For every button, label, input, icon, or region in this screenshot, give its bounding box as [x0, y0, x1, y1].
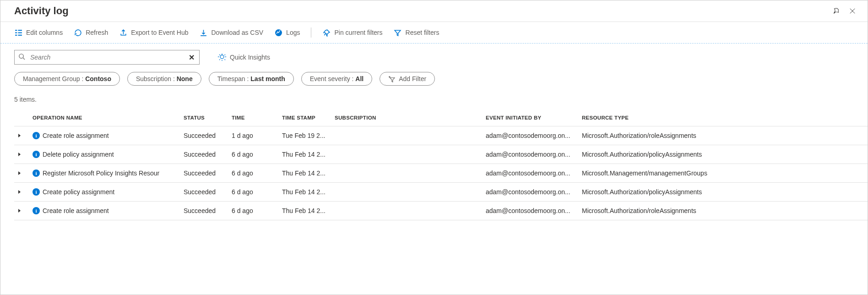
pin-filters-button[interactable]: Pin current filters: [322, 28, 382, 37]
col-status[interactable]: STATUS: [180, 110, 228, 126]
cell-initiated-by: adam@contosodemoorg.on...: [486, 169, 575, 177]
cell-time: 6 d ago: [228, 183, 278, 202]
add-filter-icon: [388, 76, 395, 82]
table-row[interactable]: iCreate policy assignment Succeeded 6 d …: [14, 183, 868, 202]
cell-time: 6 d ago: [228, 145, 278, 164]
cell-operation: Create role assignment: [43, 132, 109, 139]
filter-pill-timespan[interactable]: Timespan : Last month: [209, 72, 294, 86]
col-operation[interactable]: OPERATION NAME: [29, 110, 180, 126]
cell-time: 6 d ago: [228, 202, 278, 220]
mg-label: Management Group :: [23, 75, 83, 82]
filter-icon: [394, 28, 402, 37]
logs-label: Logs: [286, 29, 300, 36]
cell-subscription: [331, 164, 482, 183]
cell-subscription: [331, 126, 482, 145]
cell-time: 1 d ago: [228, 126, 278, 145]
refresh-button[interactable]: Refresh: [74, 28, 108, 37]
svg-rect-2: [15, 34, 17, 35]
export-label: Export to Event Hub: [131, 29, 188, 36]
col-time[interactable]: TIME: [228, 110, 278, 126]
cell-timestamp: Thu Feb 14 2...: [278, 164, 331, 183]
search-input[interactable]: [30, 54, 184, 61]
cell-operation: Register Microsoft Policy Insights Resou…: [43, 169, 159, 177]
table-row[interactable]: iCreate role assignment Succeeded 6 d ag…: [14, 202, 868, 220]
table-row[interactable]: iRegister Microsoft Policy Insights Reso…: [14, 164, 868, 183]
svg-rect-5: [18, 34, 22, 35]
table-row[interactable]: iDelete policy assignment Succeeded 6 d …: [14, 145, 868, 164]
svg-rect-1: [15, 32, 17, 33]
edit-columns-button[interactable]: Edit columns: [14, 28, 63, 37]
cell-resource-type: Microsoft.Authorization/roleAssignments: [578, 202, 868, 220]
cell-resource-type: Microsoft.Authorization/roleAssignments: [578, 126, 868, 145]
download-icon: [199, 28, 207, 37]
cell-status: Succeeded: [180, 183, 228, 202]
cell-subscription: [331, 202, 482, 220]
reset-filters-label: Reset filters: [406, 29, 439, 36]
close-icon[interactable]: [848, 7, 857, 15]
lightbulb-icon: [218, 53, 226, 61]
cell-resource-type: Microsoft.Authorization/policyAssignment…: [578, 145, 868, 164]
cell-status: Succeeded: [180, 202, 228, 220]
svg-rect-4: [18, 32, 22, 33]
table-row[interactable]: iCreate role assignment Succeeded 1 d ag…: [14, 126, 868, 145]
cell-initiated-by: adam@contosodemoorg.on...: [486, 132, 575, 139]
page-title: Activity log: [14, 5, 69, 17]
quick-insights-button[interactable]: Quick Insights: [218, 53, 270, 61]
logs-button[interactable]: Logs: [274, 28, 300, 37]
cell-initiated-by: adam@contosodemoorg.on...: [486, 151, 575, 158]
columns-icon: [14, 28, 22, 37]
quick-insights-label: Quick Insights: [230, 54, 270, 61]
search-box[interactable]: ✕: [14, 50, 200, 65]
pin-filters-icon: [322, 28, 331, 37]
pin-icon[interactable]: [832, 7, 840, 15]
info-icon: i: [33, 169, 40, 177]
filter-pill-subscription[interactable]: Subscription : None: [127, 72, 201, 86]
sub-value: None: [177, 75, 193, 82]
cell-resource-type: Microsoft.Authorization/policyAssignment…: [578, 183, 868, 202]
cell-timestamp: Thu Feb 14 2...: [278, 145, 331, 164]
cell-initiated-by: adam@contosodemoorg.on...: [486, 207, 575, 214]
svg-rect-0: [15, 30, 17, 31]
download-csv-button[interactable]: Download as CSV: [199, 28, 263, 37]
reset-filters-button[interactable]: Reset filters: [394, 28, 439, 37]
refresh-label: Refresh: [86, 29, 108, 36]
cell-timestamp: Thu Feb 14 2...: [278, 202, 331, 220]
col-resource-type[interactable]: RESOURCE TYPE: [578, 110, 868, 126]
cell-status: Succeeded: [180, 145, 228, 164]
ts-label: Timespan :: [217, 75, 249, 82]
download-csv-label: Download as CSV: [211, 29, 263, 36]
edit-columns-label: Edit columns: [26, 29, 63, 36]
add-filter-label: Add Filter: [399, 75, 426, 82]
clear-search-icon[interactable]: ✕: [189, 53, 195, 62]
add-filter-button[interactable]: Add Filter: [380, 72, 435, 86]
cell-initiated-by: adam@contosodemoorg.on...: [486, 188, 575, 196]
expand-chevron-icon[interactable]: [18, 207, 22, 212]
expand-chevron-icon[interactable]: [18, 151, 22, 155]
filter-pill-management-group[interactable]: Management Group : Contoso: [14, 72, 120, 86]
cell-subscription: [331, 145, 482, 164]
expand-chevron-icon[interactable]: [18, 188, 22, 193]
mg-value: Contoso: [85, 75, 111, 82]
cell-status: Succeeded: [180, 164, 228, 183]
svg-point-7: [19, 54, 23, 58]
sub-label: Subscription :: [136, 75, 175, 82]
logs-icon: [274, 28, 282, 37]
col-timestamp[interactable]: TIME STAMP: [278, 110, 331, 126]
col-subscription[interactable]: SUBSCRIPTION: [331, 110, 482, 126]
svg-rect-3: [18, 30, 22, 31]
export-button[interactable]: Export to Event Hub: [119, 28, 188, 37]
info-icon: i: [33, 207, 40, 214]
info-icon: i: [33, 188, 40, 196]
export-icon: [119, 28, 127, 37]
activity-table: OPERATION NAME STATUS TIME TIME STAMP SU…: [14, 110, 868, 220]
expand-chevron-icon[interactable]: [18, 169, 22, 174]
info-icon: i: [33, 151, 40, 158]
refresh-icon: [74, 28, 82, 37]
expand-chevron-icon[interactable]: [18, 132, 22, 137]
cell-status: Succeeded: [180, 126, 228, 145]
col-initiated-by[interactable]: EVENT INITIATED BY: [482, 110, 578, 126]
cell-timestamp: Thu Feb 14 2...: [278, 183, 331, 202]
filter-pill-severity[interactable]: Event severity : All: [301, 72, 372, 86]
search-icon: [18, 53, 25, 61]
cell-operation: Create policy assignment: [43, 188, 114, 196]
